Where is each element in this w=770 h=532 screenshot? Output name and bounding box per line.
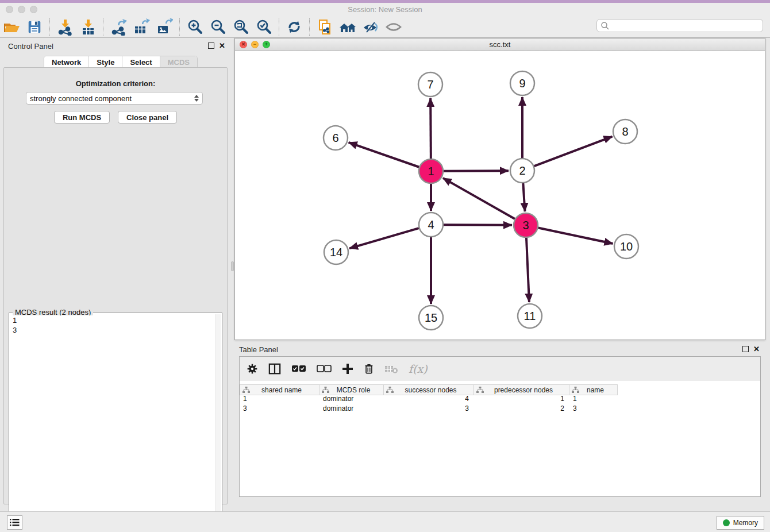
close-panel-button[interactable]: Close panel <box>118 111 177 124</box>
memory-button[interactable]: Memory <box>717 516 764 530</box>
table-panel-title: Table Panel <box>239 345 278 354</box>
export-image-icon <box>156 18 173 36</box>
column-header-MCDS-role[interactable]: MCDS role <box>319 384 384 395</box>
node-1[interactable]: 1 <box>419 159 443 183</box>
import-table-icon <box>79 18 97 36</box>
cell-name[interactable]: 1 <box>569 394 618 404</box>
edge-1-6[interactable] <box>349 142 419 167</box>
node-15[interactable]: 15 <box>419 306 443 330</box>
node-4[interactable]: 4 <box>419 213 443 237</box>
float-table-panel-icon[interactable] <box>742 346 749 352</box>
edge-2-8[interactable] <box>534 137 613 167</box>
import-table-button[interactable] <box>76 17 99 37</box>
run-mcds-button[interactable]: Run MCDS <box>54 111 110 124</box>
cell-predecessor-nodes[interactable]: 2 <box>474 404 569 414</box>
optimization-criterion-label: Optimization criterion: <box>4 79 227 88</box>
edge-3-1[interactable] <box>443 178 515 219</box>
node-6[interactable]: 6 <box>324 126 348 150</box>
network-graph[interactable]: 7968124314101511 <box>235 51 765 340</box>
task-history-button[interactable] <box>7 515 22 530</box>
cell-MCDS-role[interactable]: dominator <box>319 394 384 404</box>
table-row[interactable]: 3dominator323 <box>240 404 760 414</box>
edge-1-2[interactable] <box>444 171 509 171</box>
zoom-fit-button[interactable] <box>229 17 252 37</box>
close-table-panel-icon[interactable]: ✕ <box>753 346 760 352</box>
node-11[interactable]: 11 <box>518 304 542 328</box>
hide-graphics-details-button[interactable] <box>359 17 382 37</box>
node-9[interactable]: 9 <box>510 71 534 95</box>
column-type-icon <box>242 387 250 394</box>
column-header-shared-name[interactable]: shared name <box>240 384 319 395</box>
refresh-button[interactable] <box>283 17 306 37</box>
function-builder-button[interactable]: f(x) <box>409 363 428 375</box>
network-view-window: ✕ − + scc.txt 7968124314101511 <box>234 38 765 340</box>
column-header-name[interactable]: name <box>569 384 618 395</box>
table-settings-button[interactable] <box>247 363 258 375</box>
close-panel-icon[interactable]: ✕ <box>219 43 225 49</box>
zoom-in-icon <box>186 18 203 36</box>
cell-predecessor-nodes[interactable]: 1 <box>474 394 569 404</box>
edge-4-3[interactable] <box>444 225 512 225</box>
cell-shared-name[interactable]: 3 <box>240 404 319 414</box>
column-layout-button[interactable] <box>268 363 281 375</box>
edge-1-7[interactable] <box>430 98 431 159</box>
cell-successor-nodes[interactable]: 3 <box>384 404 474 414</box>
memory-label: Memory <box>733 519 758 527</box>
edge-2-3[interactable] <box>523 183 525 211</box>
edge-4-14[interactable] <box>349 228 419 248</box>
node-14[interactable]: 14 <box>324 240 348 264</box>
select-all-button[interactable] <box>291 364 306 373</box>
import-network-icon <box>56 18 74 36</box>
node-table: shared nameMCDS rolesuccessor nodesprede… <box>240 384 760 414</box>
node-8[interactable]: 8 <box>613 119 637 144</box>
delete-table-button[interactable] <box>384 364 398 374</box>
column-header-successor-nodes[interactable]: successor nodes <box>384 384 474 395</box>
node-10[interactable]: 10 <box>614 234 638 259</box>
table-row[interactable]: 1dominator411 <box>240 394 760 404</box>
search-box[interactable] <box>596 19 763 32</box>
node-3[interactable]: 3 <box>514 213 538 237</box>
mcds-result-scrollbar[interactable] <box>215 314 221 528</box>
trash-icon <box>364 363 374 375</box>
home-layout-button[interactable] <box>336 17 359 37</box>
control-panel: Control Panel ✕ Network Style Select MCD… <box>0 38 231 511</box>
network-canvas[interactable]: 7968124314101511 <box>235 51 765 340</box>
export-network-icon <box>110 18 127 36</box>
save-session-button[interactable] <box>23 17 46 37</box>
network-file-button[interactable] <box>313 17 336 37</box>
zoom-out-button[interactable] <box>206 17 229 37</box>
column-type-icon <box>572 387 579 394</box>
cell-successor-nodes[interactable]: 4 <box>384 394 474 404</box>
panel-divider-handle[interactable] <box>231 261 234 271</box>
edge-3-10[interactable] <box>538 228 613 244</box>
edge-3-11[interactable] <box>526 238 529 302</box>
open-file-button[interactable] <box>0 17 23 37</box>
toolbar-separator <box>49 18 50 36</box>
export-image-button[interactable] <box>153 17 176 37</box>
birds-eye-view-button[interactable] <box>382 17 405 37</box>
mcds-result-text[interactable]: 1 3 <box>10 315 215 527</box>
cell-name[interactable]: 3 <box>569 404 618 414</box>
table-toolbar: f(x) <box>240 357 760 381</box>
zoom-selected-button[interactable] <box>252 17 275 37</box>
add-column-button[interactable] <box>342 363 353 375</box>
column-header-predecessor-nodes[interactable]: predecessor nodes <box>474 384 569 395</box>
cell-shared-name[interactable]: 1 <box>240 394 319 404</box>
checked-boxes-icon <box>291 364 306 373</box>
network-window-titlebar[interactable]: ✕ − + scc.txt <box>235 38 765 51</box>
cell-MCDS-role[interactable]: dominator <box>319 404 384 414</box>
node-7[interactable]: 7 <box>418 72 442 97</box>
search-input[interactable] <box>610 20 763 31</box>
criterion-dropdown[interactable]: strongly connected component <box>26 92 203 105</box>
node-2[interactable]: 2 <box>510 159 534 183</box>
node-label: 14 <box>330 246 342 259</box>
export-table-button[interactable] <box>130 17 153 37</box>
deselect-all-button[interactable] <box>317 364 332 373</box>
column-type-icon <box>386 387 394 394</box>
delete-column-button[interactable] <box>364 363 374 375</box>
float-panel-icon[interactable] <box>208 43 214 49</box>
zoom-in-button[interactable] <box>183 17 206 37</box>
export-network-button[interactable] <box>107 17 130 37</box>
zoom-out-icon <box>209 18 226 36</box>
import-network-button[interactable] <box>53 17 76 37</box>
